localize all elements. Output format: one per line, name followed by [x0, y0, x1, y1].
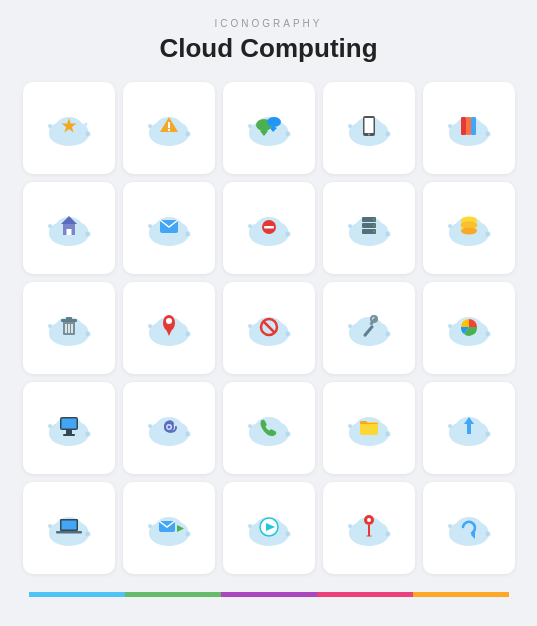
- cloud-pin-card[interactable]: [323, 482, 415, 574]
- cloud-email-arrow-card[interactable]: [123, 482, 215, 574]
- svg-point-182: [85, 532, 90, 537]
- cloud-music-card[interactable]: [223, 482, 315, 574]
- svg-point-15: [148, 124, 152, 128]
- svg-point-127: [348, 324, 352, 328]
- cloud-server-icon: [342, 201, 396, 255]
- cloud-minus-icon: [242, 201, 296, 255]
- svg-point-209: [385, 532, 390, 537]
- cloud-home-icon: [42, 201, 96, 255]
- cloud-folder-card[interactable]: [323, 382, 415, 474]
- svg-point-60: [185, 232, 190, 237]
- svg-point-33: [368, 134, 370, 136]
- page-header: Iconography Cloud Computing: [159, 0, 377, 74]
- svg-point-165: [348, 424, 352, 428]
- svg-point-67: [248, 224, 252, 228]
- svg-point-118: [248, 324, 252, 328]
- svg-point-78: [373, 231, 375, 233]
- cloud-at-icon: [142, 401, 196, 455]
- svg-point-207: [366, 535, 372, 537]
- cloud-laptop-icon: [42, 501, 96, 555]
- cloud-server-card[interactable]: [323, 182, 415, 274]
- cloud-mobile-icon: [342, 101, 396, 155]
- svg-point-158: [248, 424, 252, 428]
- bar-blue: [29, 592, 125, 597]
- cloud-block-card[interactable]: [223, 282, 315, 374]
- cloud-book-icon: [442, 101, 496, 155]
- svg-point-35: [385, 132, 390, 137]
- svg-point-52: [48, 224, 52, 228]
- svg-point-43: [448, 124, 452, 128]
- svg-point-216: [485, 532, 490, 537]
- cloud-phone-card[interactable]: [223, 382, 315, 474]
- cloud-chart-card[interactable]: [423, 282, 515, 374]
- svg-point-153: [185, 432, 190, 437]
- svg-point-87: [461, 228, 477, 235]
- svg-point-5: [48, 124, 52, 128]
- cloud-trash-card[interactable]: [23, 282, 115, 374]
- svg-point-181: [48, 524, 52, 528]
- svg-point-157: [255, 417, 283, 439]
- svg-point-172: [448, 424, 452, 428]
- cloud-chart-icon: [442, 301, 496, 355]
- cloud-block-icon: [242, 301, 296, 355]
- bar-orange: [413, 592, 509, 597]
- svg-point-89: [448, 224, 452, 228]
- svg-point-108: [166, 318, 172, 324]
- cloud-database-card[interactable]: [423, 182, 515, 274]
- svg-rect-41: [466, 117, 471, 135]
- svg-point-208: [348, 524, 352, 528]
- svg-point-134: [448, 324, 452, 328]
- svg-point-159: [285, 432, 290, 437]
- svg-point-111: [185, 332, 190, 337]
- cloud-warning-card[interactable]: [123, 82, 215, 174]
- cloud-mobile-card[interactable]: [323, 82, 415, 174]
- cloud-mail-icon: [142, 201, 196, 255]
- svg-point-198: [248, 524, 252, 528]
- cloud-mail-card[interactable]: [123, 182, 215, 274]
- svg-rect-141: [61, 419, 76, 429]
- cloud-upload-card[interactable]: [423, 382, 515, 474]
- cloud-database-icon: [442, 201, 496, 255]
- cloud-star-card[interactable]: [23, 82, 115, 174]
- svg-point-215: [448, 524, 452, 528]
- svg-point-189: [148, 524, 152, 528]
- header-subtitle: Iconography: [159, 18, 377, 29]
- svg-point-101: [48, 324, 52, 328]
- cloud-laptop-card[interactable]: [23, 482, 115, 574]
- cloud-upload-icon: [442, 401, 496, 455]
- cloud-star-icon: [42, 101, 96, 155]
- cloud-monitor-card[interactable]: [23, 382, 115, 474]
- svg-point-119: [285, 332, 290, 337]
- svg-point-173: [485, 432, 490, 437]
- svg-point-53: [85, 232, 90, 237]
- header-title: Cloud Computing: [159, 33, 377, 64]
- svg-point-166: [385, 432, 390, 437]
- cloud-minus-card[interactable]: [223, 182, 315, 274]
- cloud-warning-icon: [142, 101, 196, 155]
- svg-point-59: [148, 224, 152, 228]
- cloud-refresh-card[interactable]: [423, 482, 515, 574]
- svg-point-110: [148, 324, 152, 328]
- svg-point-7: [84, 123, 87, 126]
- svg-rect-66: [264, 226, 274, 229]
- svg-rect-42: [471, 117, 476, 135]
- cloud-at-card[interactable]: [123, 382, 215, 474]
- svg-rect-32: [364, 118, 373, 133]
- svg-point-199: [285, 532, 290, 537]
- svg-point-152: [148, 424, 152, 428]
- svg-point-80: [385, 232, 390, 237]
- cloud-location-icon: [142, 301, 196, 355]
- bar-purple: [221, 592, 317, 597]
- svg-point-34: [348, 124, 352, 128]
- svg-point-88: [461, 222, 477, 228]
- svg-point-102: [85, 332, 90, 337]
- cloud-home-card[interactable]: [23, 182, 115, 274]
- svg-point-26: [285, 132, 290, 137]
- cloud-location-card[interactable]: [123, 282, 215, 374]
- cloud-book-card[interactable]: [423, 82, 515, 174]
- svg-rect-97: [66, 317, 72, 320]
- svg-point-213: [455, 517, 483, 539]
- svg-point-190: [185, 532, 190, 537]
- cloud-settings-card[interactable]: [323, 282, 415, 374]
- cloud-chat-card[interactable]: [223, 82, 315, 174]
